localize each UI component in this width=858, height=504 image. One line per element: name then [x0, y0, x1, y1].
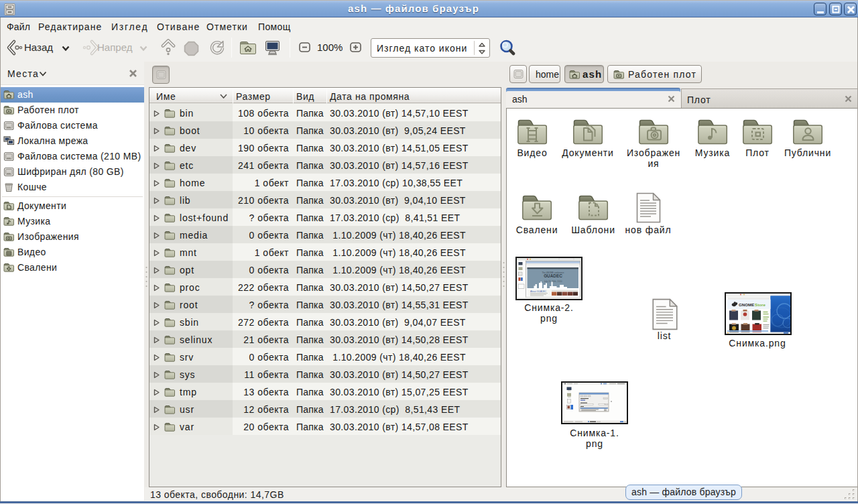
svg-text:GUADEC: GUADEC	[544, 273, 562, 278]
svg-text:About GUADEC: About GUADEC	[530, 290, 547, 293]
svg-text:July 24–30th, 2010: July 24–30th, 2010	[544, 280, 562, 283]
svg-text:Store: Store	[755, 302, 765, 307]
svg-text:GNOME: GNOME	[739, 302, 754, 307]
